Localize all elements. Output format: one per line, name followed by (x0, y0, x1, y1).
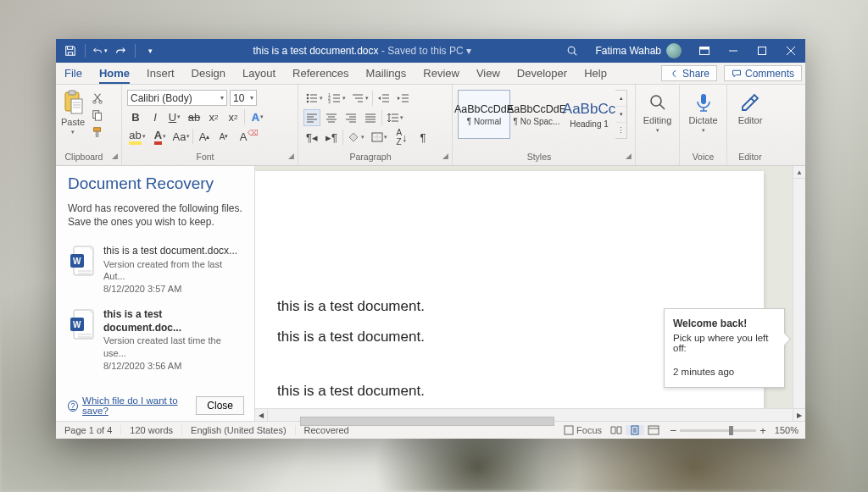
scroll-left-icon[interactable]: ◀ (255, 409, 268, 422)
format-painter-icon[interactable] (90, 125, 105, 139)
horizontal-scrollbar[interactable]: ◀ ▶ (255, 408, 805, 421)
strike-button[interactable]: ab (186, 108, 203, 125)
tab-help[interactable]: Help (576, 63, 615, 84)
tab-references[interactable]: References (284, 63, 357, 84)
qat-customize-icon[interactable]: ▾ (142, 43, 158, 58)
text-effects-button[interactable]: A▾ (248, 108, 268, 125)
shading-button[interactable]: ▾ (346, 129, 366, 146)
cut-icon[interactable] (90, 91, 105, 105)
tab-developer[interactable]: Developer (509, 63, 576, 84)
svg-point-13 (306, 94, 309, 97)
paste-icon[interactable] (61, 90, 85, 115)
ltr-button[interactable]: ¶◂ (303, 129, 320, 146)
zoom-level[interactable]: 150% (775, 425, 798, 435)
minimize-button[interactable] (719, 39, 748, 63)
copy-icon[interactable] (90, 108, 105, 122)
style-no-spacing[interactable]: AaBbCcDdE ¶ No Spac... (510, 90, 563, 139)
scroll-up-icon[interactable]: ▲ (793, 166, 805, 179)
styles-launcher-icon[interactable]: ◢ (626, 152, 632, 160)
zoom-in-button[interactable]: + (760, 424, 766, 437)
underline-button[interactable]: U▾ (166, 108, 183, 125)
clear-format-button[interactable]: A⌫ (235, 128, 252, 145)
recovery-item[interactable]: W this is a test document.doc... Version… (68, 306, 244, 374)
search-icon[interactable] (566, 45, 583, 57)
avatar (666, 43, 682, 58)
save-icon[interactable] (63, 43, 78, 58)
svg-rect-10 (96, 113, 102, 120)
print-layout-icon[interactable] (626, 425, 644, 435)
tab-design[interactable]: Design (183, 63, 234, 84)
style-heading1[interactable]: AaBbCc Heading 1 (563, 90, 615, 139)
grow-font-button[interactable]: A▴ (196, 128, 213, 145)
recovery-close-button[interactable]: Close (196, 396, 244, 415)
numbering-button[interactable]: 123▾ (326, 90, 347, 107)
undo-icon[interactable]: ▾ (92, 43, 108, 58)
borders-button[interactable]: ▾ (369, 129, 389, 146)
web-layout-icon[interactable] (644, 425, 663, 435)
subscript-button[interactable]: x2 (205, 108, 222, 125)
font-launcher-icon[interactable]: ◢ (288, 152, 294, 160)
font-color-button[interactable]: A▾ (150, 128, 170, 145)
highlight-button[interactable]: ab▾ (127, 128, 147, 145)
recovery-item[interactable]: W this is a test document.docx... Versio… (68, 242, 244, 297)
superscript-button[interactable]: x2 (225, 108, 242, 125)
zoom-slider[interactable] (680, 429, 756, 432)
clipboard-launcher-icon[interactable]: ◢ (112, 152, 118, 160)
word-window: ▾ ▾ this is a test document.docx - Saved… (56, 39, 805, 439)
inc-indent-button[interactable] (395, 90, 412, 107)
vertical-scrollbar[interactable]: ▲ (793, 166, 805, 408)
tab-insert[interactable]: Insert (138, 63, 183, 84)
scroll-thumb[interactable] (300, 417, 554, 426)
dec-indent-button[interactable] (376, 90, 392, 107)
resume-reading-callout[interactable]: Welcome back! Pick up where you left off… (664, 308, 785, 388)
shrink-font-button[interactable]: A▾ (215, 128, 232, 145)
font-size-combo[interactable]: 10▾ (230, 90, 257, 106)
focus-mode-button[interactable]: Focus (559, 425, 607, 435)
svg-rect-21 (701, 94, 706, 104)
sort-button[interactable]: AZ↓ (392, 129, 412, 146)
maximize-button[interactable] (748, 39, 776, 63)
styles-gallery-more[interactable]: ▴▾⋮ (615, 90, 627, 139)
rtl-button[interactable]: ▸¶ (323, 129, 340, 146)
account-button[interactable]: Fatima Wahab (595, 43, 682, 58)
bullets-button[interactable]: ▾ (303, 90, 324, 107)
tab-layout[interactable]: Layout (234, 63, 284, 84)
align-left-button[interactable] (303, 109, 320, 126)
comments-button[interactable]: Comments (724, 65, 802, 81)
align-center-button[interactable] (323, 109, 340, 126)
zoom-out-button[interactable]: − (670, 423, 676, 437)
ribbon-display-icon[interactable] (690, 39, 719, 63)
font-name-combo[interactable]: Calibri (Body)▾ (127, 90, 227, 106)
tab-view[interactable]: View (468, 63, 509, 84)
tab-review[interactable]: Review (415, 63, 468, 84)
align-right-button[interactable] (342, 109, 359, 126)
style-normal[interactable]: AaBbCcDdE ¶ Normal (458, 90, 510, 139)
bold-button[interactable]: B (127, 108, 144, 125)
status-language[interactable]: English (United States) (182, 425, 296, 435)
change-case-button[interactable]: Aa▾ (173, 128, 190, 145)
paste-label[interactable]: Paste (61, 117, 85, 127)
editor-button[interactable]: Editor (732, 88, 768, 125)
paragraph-launcher-icon[interactable]: ◢ (442, 152, 448, 160)
document-scroll[interactable]: this is a test document. this is a test … (255, 166, 805, 408)
scroll-right-icon[interactable]: ▶ (793, 409, 805, 422)
tab-home[interactable]: Home (91, 63, 138, 84)
tab-file[interactable]: File (56, 63, 91, 84)
line-spacing-button[interactable]: ▾ (385, 109, 405, 126)
svg-rect-28 (565, 426, 573, 434)
dictate-button[interactable]: Dictate▾ (685, 88, 721, 134)
save-state: Saved to this PC (387, 45, 463, 57)
redo-icon[interactable] (113, 43, 128, 58)
status-words[interactable]: 120 words (121, 425, 182, 435)
multilevel-button[interactable]: ▾ (349, 90, 370, 107)
close-button[interactable] (776, 39, 805, 63)
show-marks-button[interactable]: ¶ (415, 129, 431, 146)
justify-button[interactable] (362, 109, 379, 126)
editing-button[interactable]: Editing▾ (641, 88, 674, 134)
italic-button[interactable]: I (147, 108, 164, 125)
read-mode-icon[interactable] (607, 425, 626, 435)
recovery-help-link[interactable]: ? Which file do I want to save? (68, 395, 196, 416)
share-button[interactable]: Share (661, 65, 717, 81)
tab-mailings[interactable]: Mailings (358, 63, 415, 84)
status-page[interactable]: Page 1 of 4 (56, 425, 121, 435)
